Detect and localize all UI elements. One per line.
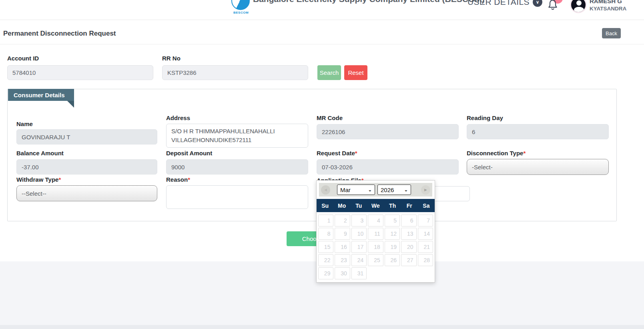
calendar-day[interactable]: 7 <box>418 215 433 227</box>
calendar-day[interactable]: 24 <box>351 254 367 266</box>
calendar-day[interactable]: 25 <box>368 254 383 266</box>
page-title: Permanent Disconnection Request <box>3 30 116 38</box>
reset-button[interactable]: Reset <box>344 65 367 80</box>
withdraw-type-select[interactable]: --Select-- <box>16 185 157 201</box>
calendar-day[interactable]: 30 <box>335 267 350 279</box>
deposit-amount-input[interactable] <box>166 159 308 175</box>
reason-textarea[interactable] <box>166 185 308 209</box>
year-select[interactable]: 2026 ⌄ <box>377 185 411 195</box>
calendar-day[interactable]: 14 <box>418 228 433 240</box>
calendar-day[interactable]: 1 <box>318 215 333 227</box>
tab-pointer <box>67 101 74 108</box>
calendar-day[interactable]: 23 <box>335 254 350 266</box>
calendar-day-headers: SuMoTuWeThFrSa <box>317 199 435 212</box>
consumer-details-card: Consumer Details Name Address S/O H R TH… <box>7 89 617 221</box>
calendar-day[interactable]: 16 <box>335 241 350 253</box>
calendar-day[interactable]: 27 <box>401 254 416 266</box>
month-select-value: Mar <box>340 187 351 193</box>
day-header: Su <box>317 203 333 209</box>
address-textarea[interactable]: S/O H R THIMMAPPAHULLENAHALLI VILLAGEHON… <box>166 124 308 148</box>
reason-label: Reason* <box>166 176 190 183</box>
calendar-day[interactable]: 26 <box>385 254 400 266</box>
calendar-day[interactable]: 29 <box>318 267 333 279</box>
request-date-label: Request Date* <box>317 150 357 156</box>
day-header: We <box>367 203 384 209</box>
calendar-day[interactable]: 2 <box>335 215 350 227</box>
user-name: RAMESH G <box>590 0 622 4</box>
bescom-logo-label: BESCOM <box>231 11 251 14</box>
account-id-label: Account ID <box>7 55 39 62</box>
day-header: Mo <box>333 203 350 209</box>
calendar-day[interactable]: 20 <box>401 241 416 253</box>
footer-strip <box>0 325 644 329</box>
mr-code-label: MR Code <box>317 114 343 121</box>
bescom-logo-icon <box>231 0 250 10</box>
calendar-day[interactable]: 8 <box>318 228 333 240</box>
user-details-label: USER DETAILS <box>467 0 530 7</box>
calendar-day[interactable]: 3 <box>351 215 367 227</box>
required-mark: * <box>58 176 61 183</box>
calendar-day[interactable]: 6 <box>401 215 416 227</box>
address-label: Address <box>166 114 190 121</box>
calendar-day[interactable]: 28 <box>418 254 433 266</box>
org-name: Bangalore Electricity Supply Company Lim… <box>253 0 485 4</box>
rr-no-label: RR No <box>162 55 181 62</box>
prev-month-button[interactable]: ◄ <box>321 185 330 195</box>
name-label: Name <box>16 120 33 127</box>
reading-day-input[interactable] <box>467 124 609 139</box>
avatar-person-icon <box>576 0 582 6</box>
search-button[interactable]: Search <box>317 65 341 80</box>
balance-amount-input[interactable] <box>16 159 157 175</box>
calendar-day[interactable]: 18 <box>368 241 383 253</box>
balance-amount-label: Balance Amount <box>16 150 64 156</box>
calendar-day[interactable]: 9 <box>335 228 350 240</box>
day-header: Th <box>384 203 401 209</box>
request-date-input[interactable] <box>317 159 459 175</box>
chevron-down-icon: ∨ <box>533 0 542 7</box>
next-month-button[interactable]: ► <box>421 185 430 195</box>
calendar-day[interactable]: 17 <box>351 241 367 253</box>
deposit-amount-label: Deposit Amount <box>166 150 212 156</box>
calendar-day[interactable]: 15 <box>318 241 333 253</box>
back-button[interactable]: Back <box>602 28 621 38</box>
tab-consumer-details: Consumer Details <box>8 89 74 101</box>
user-avatar[interactable] <box>570 0 587 13</box>
rr-no-input[interactable] <box>162 65 308 80</box>
calendar-day[interactable]: 19 <box>385 241 400 253</box>
notifications-button[interactable] <box>547 0 559 13</box>
calendar-day[interactable]: 5 <box>385 215 400 227</box>
name-input[interactable] <box>16 129 157 144</box>
month-select[interactable]: Mar ⌄ <box>337 185 375 195</box>
disconnection-type-label: Disconnection Type* <box>467 150 526 156</box>
account-id-input[interactable] <box>7 65 153 80</box>
top-header: BESCOM Bangalore Electricity Supply Comp… <box>0 0 644 20</box>
date-picker-popup: ◄ Mar ⌄ 2026 ⌄ ► SuMoTuWeThFrSa 12345678… <box>316 180 435 283</box>
calendar-empty-cell <box>401 267 416 279</box>
calendar-header: ◄ Mar ⌄ 2026 ⌄ ► <box>319 183 432 197</box>
calendar-day[interactable]: 13 <box>401 228 416 240</box>
withdraw-type-label: Withdraw Type* <box>16 176 61 183</box>
required-mark: * <box>355 150 357 156</box>
calendar-day[interactable]: 4 <box>368 215 383 227</box>
calendar-day[interactable]: 11 <box>368 228 383 240</box>
bell-icon <box>547 0 559 11</box>
calendar-empty-cell <box>385 267 400 279</box>
calendar-day[interactable]: 22 <box>318 254 333 266</box>
calendar-day[interactable]: 31 <box>351 267 367 279</box>
calendar-day[interactable]: 12 <box>385 228 400 240</box>
disconnection-type-select[interactable]: -Select- <box>467 159 609 175</box>
day-header: Tu <box>350 203 367 209</box>
required-mark: * <box>523 150 526 156</box>
reading-day-label: Reading Day <box>467 114 503 121</box>
required-mark: * <box>188 176 190 183</box>
app-window: BESCOM Bangalore Electricity Supply Comp… <box>0 0 644 329</box>
calendar-day[interactable]: 10 <box>351 228 367 240</box>
calendar-grid: 1234567891011121314151617181920212223242… <box>317 212 435 280</box>
day-header: Sa <box>418 203 435 209</box>
user-details-menu[interactable]: USER DETAILS ∨ <box>467 0 542 7</box>
day-header: Fr <box>401 203 418 209</box>
chevron-down-icon: ⌄ <box>368 187 372 193</box>
chevron-down-icon: ⌄ <box>404 187 408 193</box>
mr-code-input[interactable] <box>317 124 459 139</box>
calendar-day[interactable]: 21 <box>418 241 433 253</box>
